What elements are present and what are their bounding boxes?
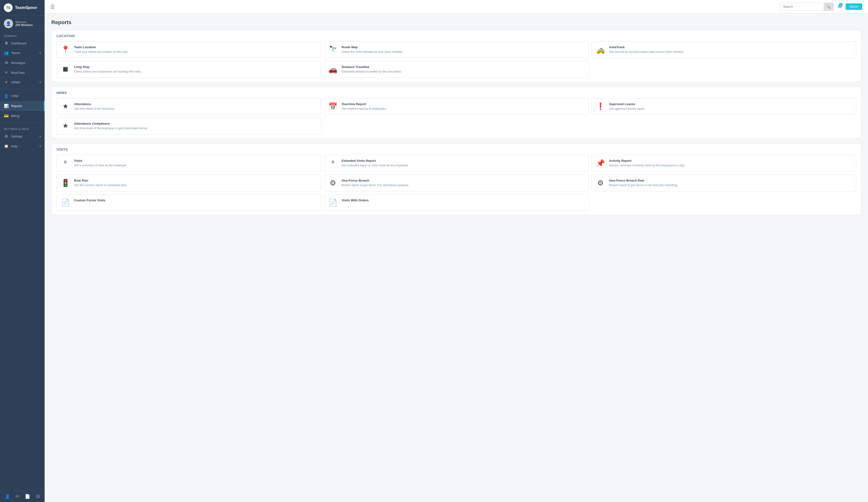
sidebar-item-beat-plan[interactable]: ≡ Beat Plan: [0, 68, 45, 78]
beat-plan-report-title: Beat Plan: [74, 179, 127, 182]
header: ☰ 🔍 ✉ 0 Admin: [45, 0, 868, 13]
card-attendance[interactable]: ★ Attendance Get time-sheet of the emplo…: [56, 98, 321, 115]
avatar: 👤: [4, 19, 13, 28]
sidebar-label-dashboard: Dashboard: [11, 41, 27, 45]
billing-icon: 💳: [4, 114, 9, 118]
teams-icon: 👥: [4, 51, 9, 55]
overtime-report-desc: Get overtime reports of employees.: [342, 107, 387, 111]
hrms-cards-grid: ★ Attendance Get time-sheet of the emplo…: [56, 98, 856, 135]
distance-travelled-title: Distance Travelled: [342, 65, 402, 69]
approved-leaves-title: Approved Leaves: [609, 102, 645, 106]
sidebar-item-help[interactable]: 🔲 Help ▾: [0, 141, 45, 151]
page-title: Reports: [51, 19, 861, 25]
team-location-icon: 📍: [60, 45, 71, 54]
card-activity-report[interactable]: 📌 Activity Report Get the summary of act…: [591, 155, 856, 172]
card-attendance-compliance[interactable]: ★ Attendance Compliance Get time-sheet o…: [56, 118, 321, 134]
distance-travelled-desc: Estimated distance travelled by the exec…: [342, 70, 402, 74]
profile-bottom-icon[interactable]: 👤: [5, 494, 10, 499]
card-extended-visits[interactable]: ≡ Extended Visits Report Get extended re…: [324, 155, 589, 172]
visits-cards-grid: ≡ Visits Get a summary of visits by the …: [56, 155, 856, 211]
card-visits-with-orders[interactable]: 📄 Visits With Orders: [324, 194, 589, 211]
card-approved-leaves[interactable]: ❗ Approved Leaves Get approved leaves re…: [591, 98, 856, 115]
reports-icon: 📊: [4, 104, 9, 108]
card-team-location[interactable]: 📍 Team Location Track your teams live lo…: [56, 41, 321, 58]
content-area: Reports Location 📍 Team Location Track y…: [45, 13, 868, 502]
sidebar-label-crm: CRM: [11, 94, 18, 98]
location-section-title: Location: [56, 34, 856, 38]
sidebar-item-crm[interactable]: 👤 CRM: [0, 91, 45, 101]
approved-leaves-icon: ❗: [595, 102, 606, 110]
hrms-section-title: HRMS: [56, 91, 856, 95]
help-arrow: ▾: [40, 145, 41, 147]
activity-report-icon: 📌: [595, 159, 606, 167]
sidebar-item-reports[interactable]: 📊 Reports: [0, 101, 45, 111]
geo-fence-breach-desc: Breach report of geo-fence. For attendan…: [342, 183, 409, 187]
instatrack-desc: Get second by second location data of yo…: [609, 50, 684, 54]
sidebar-item-messages[interactable]: ✉ Messages: [0, 58, 45, 68]
sidebar-bottom: 👤 ✉ 📄 ⏻: [0, 491, 45, 502]
card-route-map[interactable]: 🔭 Route Map Check the route followed by …: [324, 41, 589, 58]
activity-report-title: Activity Report: [609, 159, 685, 163]
hamburger-menu[interactable]: ☰: [50, 4, 55, 10]
approved-leaves-desc: Get approved leaves report.: [609, 107, 645, 111]
sidebar: TS TeamSpoor 👤 Welcome, ZNI Wireless GEN…: [0, 0, 45, 502]
visits-icon: ≡: [60, 159, 71, 165]
geo-fence-breach-title: Geo-Fence Breach: [342, 179, 409, 182]
extended-visits-icon: ≡: [328, 159, 338, 165]
beat-plan-icon: ≡: [4, 70, 9, 75]
search-input[interactable]: [780, 5, 824, 8]
admin-button[interactable]: Admin: [846, 3, 862, 10]
card-custom-forms-visits[interactable]: 📄 Custom Forms Visits: [56, 194, 321, 211]
sidebar-item-billing[interactable]: 💳 Billing: [0, 111, 45, 121]
messages-icon: ✉: [4, 61, 9, 65]
general-label: GENERAL: [0, 32, 45, 38]
card-beat-plan-report[interactable]: 🚦 Beat Plan Get the success report of sc…: [56, 175, 321, 192]
long-stop-title: Long Stop: [74, 65, 141, 69]
hrms-icon: ≡: [4, 80, 9, 84]
visits-section: Visits ≡ Visits Get a summary of visits …: [51, 143, 861, 215]
file-bottom-icon[interactable]: 📄: [25, 494, 30, 499]
sidebar-label-beat-plan: Beat Plan: [11, 71, 24, 74]
hrms-arrow: ▾: [40, 81, 41, 84]
sidebar-item-hrms[interactable]: ≡ HRMS ▾: [0, 78, 45, 87]
card-overtime-report[interactable]: 📅 Overtime Report Get overtime reports o…: [324, 98, 589, 115]
notification-bell[interactable]: ✉ 0: [838, 4, 842, 10]
geo-fence-breach-raw-title: Geo-Fence Breach Raw: [609, 179, 678, 182]
team-location-title: Team Location: [74, 45, 128, 49]
card-visits[interactable]: ≡ Visits Get a summary of visits by the …: [56, 155, 321, 172]
message-bottom-icon[interactable]: ✉: [16, 494, 19, 499]
settings-arrow: ▾: [40, 135, 41, 138]
overtime-report-title: Overtime Report: [342, 102, 387, 106]
card-distance-travelled[interactable]: 🚗 Distance Travelled Estimated distance …: [324, 61, 589, 78]
teams-arrow: ▾: [40, 52, 41, 54]
settings-help-label: SETTINGS & HELP: [0, 125, 45, 131]
search-button[interactable]: 🔍: [824, 3, 834, 11]
dashboard-icon: 🖥: [4, 41, 9, 45]
card-long-stop[interactable]: ⏹ Long Stop Check where your employees a…: [56, 61, 321, 78]
extended-visits-desc: Get extended report of visits made by th…: [342, 163, 409, 167]
power-bottom-icon[interactable]: ⏻: [36, 494, 40, 499]
attendance-title: Attendance: [74, 102, 115, 106]
team-location-desc: Track your teams live location on the ma…: [74, 50, 128, 54]
distance-travelled-icon: 🚗: [328, 65, 338, 73]
geo-fence-breach-raw-desc: Breach report of geo-fence in raw form (…: [609, 183, 678, 187]
location-cards-grid: 📍 Team Location Track your teams live lo…: [56, 41, 856, 78]
sidebar-item-dashboard[interactable]: 🖥 Dashboard: [0, 38, 45, 48]
sidebar-item-teams[interactable]: 👥 Teams ▾: [0, 48, 45, 58]
route-map-title: Route Map: [342, 45, 403, 49]
card-geo-fence-breach[interactable]: ⚙ Geo-Fence Breach Breach report of geo-…: [324, 175, 589, 192]
attendance-icon: ★: [60, 102, 71, 110]
sidebar-label-messages: Messages: [11, 61, 25, 65]
overtime-report-icon: 📅: [328, 102, 338, 111]
activity-report-desc: Get the summary of activity done by the …: [609, 163, 685, 167]
geo-fence-breach-icon: ⚙: [328, 179, 338, 187]
visits-with-orders-title: Visits With Orders: [342, 198, 369, 202]
sidebar-item-settings[interactable]: ⚙ Settings ▾: [0, 131, 45, 141]
instatrack-icon: 🚕: [595, 45, 606, 54]
visits-title: Visits: [74, 159, 127, 163]
card-instatrack[interactable]: 🚕 InstaTrack Get second by second locati…: [591, 41, 856, 58]
card-geo-fence-breach-raw[interactable]: ⚙ Geo-Fence Breach Raw Breach report of …: [591, 175, 856, 192]
visits-section-title: Visits: [56, 147, 856, 151]
custom-forms-visits-icon: 📄: [60, 198, 71, 207]
sidebar-logo[interactable]: TS TeamSpoor: [0, 0, 45, 16]
